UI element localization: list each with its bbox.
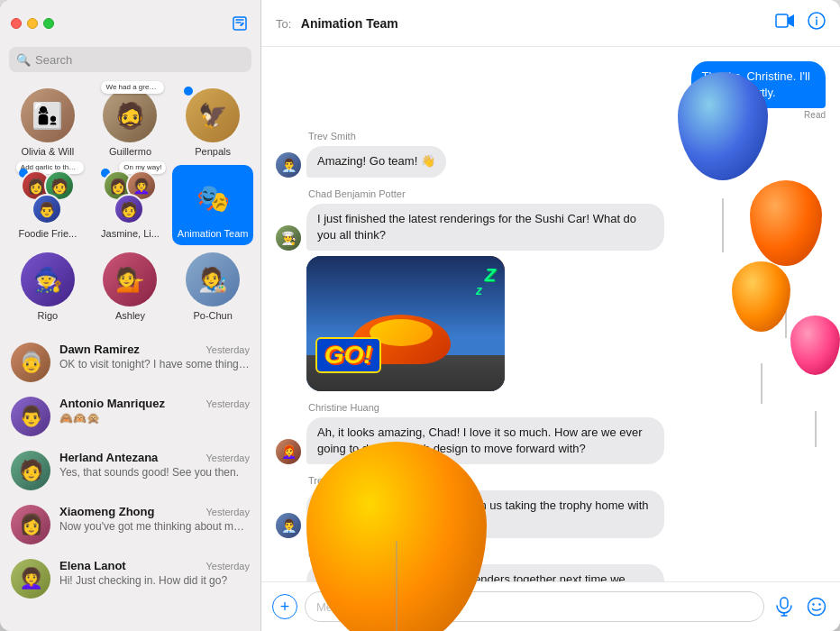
- conversation-item-dawn[interactable]: 👵 Dawn Ramirez Yesterday OK to visit ton…: [0, 335, 260, 389]
- fullscreen-button[interactable]: [43, 18, 54, 29]
- message-group-christine-1: Christine Huang 👩‍🦰 Ah, it looks amazing…: [276, 402, 826, 464]
- avatar-xiaomeng: 👩: [11, 505, 50, 544]
- conv-name-xiaomeng: Xiaomeng Zhong: [59, 505, 154, 518]
- message-row-outgoing-1: Thanks, Christine. I'll review shortly.: [618, 61, 826, 108]
- search-icon: 🔍: [16, 53, 31, 67]
- message-group-chad-1: Chad Benjamin Potter 👨‍🍳 I just finished…: [276, 188, 826, 391]
- conv-time-herland: Yesterday: [205, 453, 250, 463]
- svg-point-8: [808, 599, 826, 616]
- bubble-guillermo: We had a great time. Home with...: [101, 81, 164, 94]
- sidebar-titlebar: [0, 0, 260, 47]
- bubble-trev-1: Amazing! Go team! 👋: [306, 146, 446, 177]
- pinned-item-guillermo[interactable]: 🧔 We had a great time. Home with... Guil…: [90, 83, 171, 163]
- pinned-item-jasmine[interactable]: 👩 👩‍🦱 🧑 On my way! Jasmine, Li...: [90, 165, 171, 245]
- avatar-elena: 👩‍🦱: [11, 559, 50, 599]
- pinned-item-ashley[interactable]: 💁 Ashley: [90, 247, 171, 327]
- to-label: To:: [276, 17, 291, 31]
- svg-point-9: [812, 603, 814, 605]
- conv-name-antonio: Antonio Manriquez: [59, 397, 165, 410]
- pinned-name-guillermo: Guillermo: [109, 146, 151, 158]
- svg-point-10: [818, 603, 820, 605]
- conv-preview-xiaomeng: Now you've got me thinking about my next…: [59, 520, 250, 535]
- pinned-item-olivia-will[interactable]: 👩‍👦 Olivia & Will: [7, 83, 88, 163]
- bubble-trev-2: Wow, Chad! I can really envision us taki…: [306, 490, 664, 537]
- pinned-name-jasmine: Jasmine, Li...: [101, 228, 160, 240]
- bubble-christine-2: Do you want to review all the renders to…: [306, 564, 664, 581]
- avatar-dawn: 👵: [11, 343, 50, 382]
- sender-name-christine-2: Christine Huang: [276, 549, 826, 560]
- conv-time-dawn: Yesterday: [205, 344, 250, 355]
- conv-name-elena: Elena Lanot: [59, 559, 126, 572]
- svg-point-3: [816, 17, 817, 19]
- bubble-christine-1: Ah, it looks amazing, Chad! I love it so…: [306, 417, 664, 464]
- unread-badge-penpals: [184, 87, 193, 96]
- conv-preview-antonio: 🙈🙉🙊: [59, 412, 250, 426]
- pinned-name-ashley: Ashley: [115, 310, 145, 322]
- chat-header-actions: [775, 12, 826, 34]
- avatar-foodie: 👩 🧑 👨: [21, 170, 75, 224]
- sender-name-christine-1: Christine Huang: [276, 402, 826, 413]
- conversation-list: 👵 Dawn Ramirez Yesterday OK to visit ton…: [0, 335, 260, 631]
- pinned-name-animation-team: Animation Team: [178, 228, 249, 240]
- conversation-item-elena[interactable]: 👩‍🦱 Elena Lanot Yesterday Hi! Just check…: [0, 552, 260, 606]
- bubble-outgoing-1: Thanks, Christine. I'll review shortly.: [691, 61, 826, 108]
- minimize-button[interactable]: [27, 18, 38, 29]
- message-group-outgoing-1: Thanks, Christine. I'll review shortly. …: [276, 61, 826, 120]
- conv-preview-elena: Hi! Just checking in. How did it go?: [59, 574, 250, 589]
- info-button[interactable]: [808, 12, 826, 34]
- message-input[interactable]: [305, 591, 764, 622]
- msg-avatar-trev: 👨‍💼: [276, 152, 301, 178]
- conv-time-antonio: Yesterday: [205, 398, 250, 409]
- svg-rect-1: [776, 14, 788, 27]
- close-button[interactable]: [11, 18, 22, 29]
- avatar-rigo: 🧙: [21, 252, 75, 306]
- search-label: Search: [35, 53, 72, 67]
- add-attachment-button[interactable]: +: [272, 594, 297, 619]
- emoji-button[interactable]: [804, 594, 829, 619]
- avatar-olivia-will: 👩‍👦: [21, 88, 75, 142]
- conversation-item-xiaomeng[interactable]: 👩 Xiaomeng Zhong Yesterday Now you've go…: [0, 498, 260, 552]
- conv-preview-dawn: OK to visit tonight? I have some things …: [59, 358, 250, 372]
- sushi-car-image: GO! Z z: [306, 256, 505, 391]
- conv-name-herland: Herland Antezana: [59, 451, 158, 464]
- pinned-name-po-chun: Po-Chun: [193, 310, 232, 322]
- pinned-item-foodie[interactable]: 👩 🧑 👨 Add garlic to the butter, and then…: [7, 165, 88, 245]
- conversation-item-herland[interactable]: 🧑 Herland Antezana Yesterday Yes, that s…: [0, 444, 260, 498]
- read-receipt: Read: [804, 110, 826, 120]
- pinned-item-penpals[interactable]: 🦅 Penpals: [172, 83, 253, 163]
- traffic-lights: [11, 18, 54, 29]
- svg-rect-5: [781, 598, 788, 608]
- message-group-trev-2: Trev Smith 👨‍💼 Wow, Chad! I can really e…: [276, 475, 826, 537]
- messages-container: Thanks, Christine. I'll review shortly. …: [261, 47, 840, 581]
- avatar-animation-team: 🎭: [186, 170, 240, 224]
- sidebar: 🔍 Search 👩‍👦 Olivia & Will 🧔: [0, 0, 261, 631]
- conv-time-elena: Yesterday: [205, 561, 250, 572]
- avatar-po-chun: 🧑‍🎨: [186, 252, 240, 306]
- compose-button[interactable]: [230, 14, 250, 33]
- search-bar[interactable]: 🔍 Search: [9, 47, 251, 72]
- pinned-name-foodie: Foodie Frie...: [18, 228, 77, 240]
- conv-preview-herland: Yes, that sounds good! See you then.: [59, 466, 250, 480]
- msg-avatar-trev-2: 👨‍💼: [276, 513, 301, 538]
- avatar-penpals: 🦅: [186, 88, 240, 142]
- sender-name-trev-2: Trev Smith: [276, 475, 826, 486]
- message-group-trev-1: Trev Smith 👨‍💼 Amazing! Go team! 👋: [276, 131, 826, 177]
- sender-name-trev: Trev Smith: [276, 131, 826, 142]
- pinned-item-po-chun[interactable]: 🧑‍🎨 Po-Chun: [172, 247, 253, 327]
- avatar-antonio: 👨: [11, 397, 50, 436]
- pinned-contacts: 👩‍👦 Olivia & Will 🧔 We had a great time.…: [0, 79, 260, 335]
- pinned-item-animation-team[interactable]: 🎭 Animation Team: [172, 165, 253, 245]
- app-window: 🔍 Search 👩‍👦 Olivia & Will 🧔: [0, 0, 840, 631]
- avatar-herland: 🧑: [11, 451, 50, 490]
- pinned-item-rigo[interactable]: 🧙 Rigo: [7, 247, 88, 327]
- go-sticker: GO!: [315, 337, 381, 373]
- conversation-item-antonio[interactable]: 👨 Antonio Manriquez Yesterday 🙈🙉🙊: [0, 389, 260, 444]
- voice-button[interactable]: [772, 594, 797, 619]
- chat-header: To: Animation Team: [261, 0, 840, 47]
- chat-group-name: Animation Team: [301, 16, 398, 31]
- avatar-ashley: 💁: [103, 252, 157, 306]
- chat-area: To: Animation Team: [261, 0, 840, 631]
- avatar-jasmine: 👩 👩‍🦱 🧑: [103, 170, 157, 224]
- video-call-button[interactable]: [775, 14, 795, 32]
- chat-input-area: +: [261, 581, 840, 631]
